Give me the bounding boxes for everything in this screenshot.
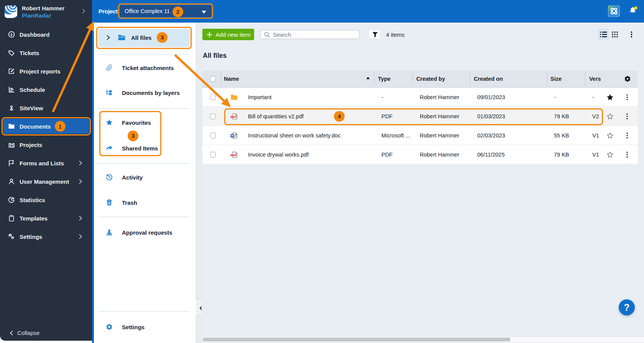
svg-text:PDF: PDF [231, 154, 234, 156]
svg-text:W: W [231, 134, 234, 137]
